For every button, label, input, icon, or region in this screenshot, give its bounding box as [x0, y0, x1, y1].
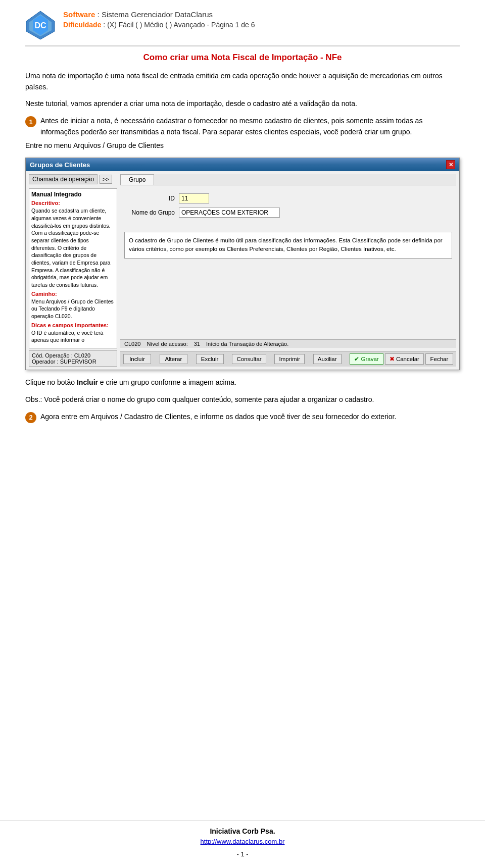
- intro-para1: Uma nota de importação é uma nota fiscal…: [25, 71, 460, 92]
- footer-page: - 1 -: [0, 850, 485, 858]
- after-window-text2: Obs.: Você poderá criar o nome do grupo …: [25, 394, 460, 405]
- id-input[interactable]: [179, 193, 209, 203]
- manual-caminho-title: Caminho:: [31, 291, 115, 297]
- op-bar: Chamada de operação >>: [29, 174, 117, 184]
- window-close-button[interactable]: ✕: [446, 160, 455, 169]
- step2-section: 2 Agora entre em Arquivos / Cadastro de …: [25, 412, 460, 423]
- header-colon: :: [95, 10, 102, 19]
- manual-caminho-text: Menu Arquivos / Grupo de Clientes ou Tec…: [31, 298, 115, 320]
- nome-label: Nome do Grupo: [124, 209, 175, 216]
- grupos-clientes-window: Grupos de Clientes ✕ Chamada de operação…: [25, 158, 460, 370]
- auxiliar-button[interactable]: Auxiliar: [313, 354, 342, 364]
- manual-box: Manual Integrado Descritivo: Quando se c…: [29, 188, 117, 348]
- software-name: Sistema Gerenciador DataClarus: [102, 10, 213, 19]
- menu-instruction: Entre no menu Arquivos / Grupo de Client…: [25, 140, 460, 151]
- dificuldade-label: Dificuldade: [63, 21, 101, 29]
- manual-dicas-title: Dicas e campos importantes:: [31, 322, 115, 328]
- step1-section: 1 Antes de iniciar a nota, é necessário …: [25, 116, 460, 151]
- op-navigate-button[interactable]: >>: [100, 175, 112, 184]
- gravar-button[interactable]: ✔ Gravar: [350, 353, 383, 365]
- fields-area: ID Nome do Grupo: [120, 188, 456, 227]
- cod-operacao-label: Cód. Operação :: [32, 352, 73, 359]
- right-panel: Grupo ID Nome do Grupo O cadastro de Gru…: [120, 174, 456, 367]
- footer-link[interactable]: http://www.dataclarus.com.br: [201, 838, 285, 845]
- step1-text: Antes de iniciar a nota, é necessário ca…: [40, 116, 460, 137]
- window-body: Chamada de operação >> Manual Integrado …: [26, 171, 459, 370]
- manual-bottom: Cód. Operação : CL020 Operador : SUPERVI…: [29, 350, 117, 367]
- cancelar-button[interactable]: ✖ Cancelar: [385, 353, 424, 365]
- header: DC Software : Sistema Gerenciador DataCl…: [25, 10, 460, 46]
- incluir-emphasis: Incluir: [77, 378, 98, 386]
- gravar-label: Gravar: [361, 356, 379, 362]
- excluir-button[interactable]: Excluir: [196, 354, 224, 364]
- cod-operacao-value: CL020: [74, 352, 90, 359]
- operador-label: Operador :: [32, 359, 59, 365]
- dificuldade-text: : (X) Fácil ( ) Médio ( ) Avançado - Pág…: [101, 21, 255, 29]
- after-window-text1: Clique no botão Incluir e crie um grupo …: [25, 377, 460, 388]
- step2-circle: 2: [25, 412, 36, 423]
- incluir-button[interactable]: Incluir: [123, 354, 151, 364]
- action-bar: Incluir Alterar Excluir Consultar Imprim…: [120, 351, 456, 367]
- step2-text: Agora entre em Arquivos / Cadastro de Cl…: [40, 412, 396, 423]
- header-line1: Software : Sistema Gerenciador DataClaru…: [63, 10, 460, 19]
- nome-field-row: Nome do Grupo: [124, 208, 452, 218]
- header-text: Software : Sistema Gerenciador DataClaru…: [63, 10, 460, 30]
- step1-circle: 1: [25, 116, 36, 127]
- operador-row: Operador : SUPERVISOR: [32, 359, 114, 365]
- status-nivel-label: Nível de acesso:: [147, 341, 187, 347]
- intro-para2: Neste tutorial, vamos aprender a criar u…: [25, 98, 460, 110]
- consultar-button[interactable]: Consultar: [232, 354, 266, 364]
- cancelar-label: Cancelar: [396, 356, 419, 362]
- logo-icon: DC: [25, 10, 56, 40]
- tab-bar: Grupo: [120, 174, 456, 185]
- op-label: Chamada de operação: [29, 174, 98, 184]
- manual-descritivo-text: Quando se cadastra um cliente, algumas v…: [31, 207, 115, 289]
- status-cod: CL020: [124, 341, 140, 347]
- left-panel: Chamada de operação >> Manual Integrado …: [29, 174, 117, 367]
- id-label: ID: [124, 195, 175, 202]
- footer: Iniciativa Corb Psa. http://www.dataclar…: [0, 821, 485, 858]
- manual-descritivo-title: Descritivo:: [31, 200, 115, 206]
- footer-company: Iniciativa Corb Psa.: [0, 827, 485, 835]
- header-line2: Dificuldade : (X) Fácil ( ) Médio ( ) Av…: [63, 21, 460, 29]
- svg-text:DC: DC: [34, 21, 46, 30]
- imprimir-button[interactable]: Imprimir: [274, 354, 305, 364]
- right-action-buttons: ✔ Gravar ✖ Cancelar Fechar: [350, 353, 453, 365]
- window-title: Grupos de Clientes: [30, 161, 90, 169]
- info-box: O cadastro de Grupo de Clientes é muito …: [124, 232, 452, 259]
- window-titlebar: Grupos de Clientes ✕: [26, 158, 459, 171]
- tab-grupo[interactable]: Grupo: [120, 174, 154, 185]
- alterar-button[interactable]: Alterar: [160, 354, 187, 364]
- status-nivel-value: 31: [194, 341, 200, 347]
- cod-operacao-row: Cód. Operação : CL020: [32, 352, 114, 359]
- status-bar: CL020 Nível de acesso: 31 Início da Tran…: [120, 339, 456, 348]
- manual-title: Manual Integrado: [31, 191, 115, 198]
- id-field-row: ID: [124, 193, 452, 203]
- manual-dicas-text: O ID é automático, e você terá apenas qu…: [31, 329, 115, 344]
- fechar-button[interactable]: Fechar: [425, 353, 453, 365]
- operador-value: SUPERVISOR: [60, 359, 96, 365]
- main-title: Como criar uma Nota Fiscal de Importação…: [25, 53, 460, 63]
- spacer: [120, 264, 456, 337]
- software-label: Software: [63, 10, 95, 19]
- status-inicio: Início da Transação de Alteração.: [206, 341, 288, 347]
- nome-input[interactable]: [179, 208, 280, 218]
